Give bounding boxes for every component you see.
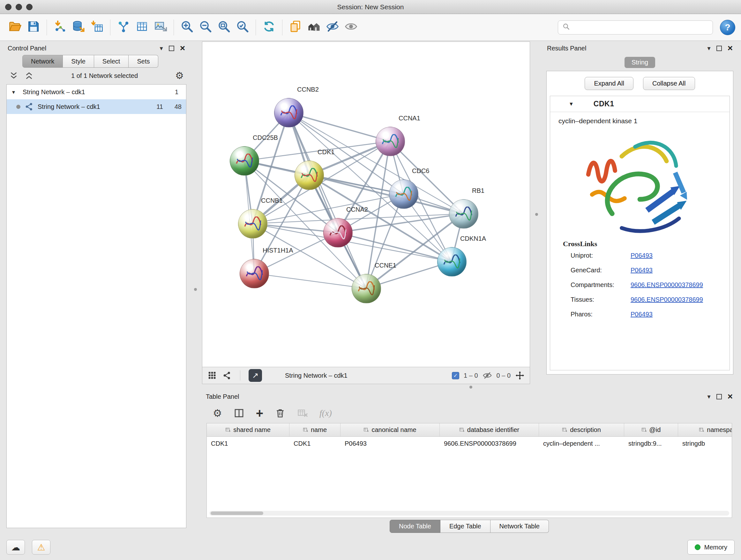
table-cell[interactable]: CDK1 bbox=[289, 440, 340, 447]
panel-float-icon[interactable] bbox=[717, 46, 722, 51]
import-network-file-button[interactable] bbox=[51, 17, 69, 37]
crosslink-link[interactable]: 9606.ENSP00000378699 bbox=[630, 296, 703, 303]
collapse-all-button[interactable]: Collapse All bbox=[643, 77, 695, 90]
network-node-ccna1[interactable] bbox=[376, 127, 405, 156]
column-header-canonical-name[interactable]: canonical name bbox=[340, 423, 440, 436]
zoom-out-button[interactable] bbox=[196, 17, 215, 37]
search-input[interactable] bbox=[574, 23, 709, 31]
tab-select[interactable]: Select bbox=[94, 55, 129, 68]
horizontal-splitter[interactable] bbox=[202, 384, 737, 390]
window-zoom-button[interactable] bbox=[26, 4, 32, 10]
crosslink-link[interactable]: 9606.ENSP00000378699 bbox=[630, 281, 703, 289]
export-network-button[interactable]: ↗ bbox=[249, 369, 262, 382]
table-settings-gear-icon[interactable]: ⚙ bbox=[213, 408, 222, 418]
open-session-button[interactable] bbox=[6, 17, 24, 37]
crosslink-link[interactable]: P06493 bbox=[630, 266, 653, 274]
network-node-rb1[interactable] bbox=[449, 199, 478, 229]
zoom-in-button[interactable] bbox=[178, 17, 196, 37]
expand-all-icon[interactable] bbox=[24, 71, 34, 80]
panel-close-icon[interactable]: × bbox=[728, 44, 733, 53]
section-expand-icon[interactable]: ▼ bbox=[569, 101, 574, 107]
memory-button[interactable]: Memory bbox=[687, 540, 735, 555]
column-header-description[interactable]: description bbox=[539, 423, 624, 436]
zoom-selected-button[interactable] bbox=[233, 17, 252, 37]
network-node-ccne1[interactable] bbox=[352, 274, 381, 303]
center-splitter[interactable] bbox=[530, 42, 543, 384]
network-node-cdk1[interactable] bbox=[294, 161, 324, 190]
tree-expand-icon[interactable]: ▼ bbox=[11, 89, 19, 95]
new-network-button[interactable] bbox=[114, 17, 133, 37]
tab-string[interactable]: String bbox=[624, 57, 655, 68]
collapse-all-icon[interactable] bbox=[9, 71, 18, 80]
network-node-ccna2[interactable] bbox=[323, 218, 353, 247]
tab-edge-table[interactable]: Edge Table bbox=[441, 520, 490, 533]
table-cell[interactable]: cyclin–dependent ... bbox=[539, 440, 624, 447]
zoom-fit-button[interactable] bbox=[215, 17, 233, 37]
column-header-name[interactable]: name bbox=[289, 423, 340, 436]
network-canvas[interactable]: CCNB2CCNA1CDC25BCDK1CDC6RB1CCNB1CCNA2CDK… bbox=[202, 42, 530, 367]
crosslink-link[interactable]: P06493 bbox=[630, 252, 653, 259]
help-button[interactable]: ? bbox=[720, 20, 735, 35]
expand-all-button[interactable]: Expand All bbox=[585, 77, 633, 90]
tree-row-network[interactable]: String Network – cdk1 11 48 bbox=[7, 99, 186, 114]
column-header-at-id[interactable]: @id bbox=[624, 423, 678, 436]
tab-style[interactable]: Style bbox=[63, 55, 94, 68]
window-close-button[interactable] bbox=[5, 4, 11, 10]
table-cell[interactable]: stringdb bbox=[678, 440, 732, 447]
window-minimize-button[interactable] bbox=[16, 4, 22, 10]
panel-menu-icon[interactable]: ▾ bbox=[708, 393, 711, 400]
birdseye-grid-icon[interactable] bbox=[207, 371, 217, 380]
tab-network-table[interactable]: Network Table bbox=[490, 520, 549, 533]
table-cell[interactable]: stringdb:9... bbox=[624, 440, 678, 447]
import-network-database-button[interactable] bbox=[69, 17, 88, 37]
tree-row-collection[interactable]: ▼ String Network – cdk1 1 bbox=[7, 84, 186, 99]
hide-selected-button[interactable] bbox=[323, 17, 342, 37]
crosslink-link[interactable]: P06493 bbox=[630, 311, 653, 318]
new-table-button[interactable] bbox=[133, 17, 151, 37]
show-columns-icon[interactable] bbox=[233, 408, 245, 419]
panel-menu-icon[interactable]: ▾ bbox=[160, 44, 163, 52]
panel-float-icon[interactable] bbox=[169, 46, 174, 51]
network-node-ccnb1[interactable] bbox=[238, 209, 267, 239]
column-header-shared-name[interactable]: shared name bbox=[207, 423, 289, 436]
scrollbar-thumb[interactable] bbox=[211, 511, 263, 515]
duplicate-network-button[interactable] bbox=[286, 17, 305, 37]
network-node-cdc25b[interactable] bbox=[230, 146, 259, 176]
refresh-button[interactable] bbox=[260, 17, 278, 37]
panel-close-icon[interactable]: × bbox=[180, 44, 185, 53]
table-cell[interactable]: 9606.ENSP00000378699 bbox=[440, 440, 539, 447]
add-column-icon[interactable]: + bbox=[256, 408, 263, 418]
import-table-file-button[interactable] bbox=[88, 17, 106, 37]
network-node-cdc6[interactable] bbox=[389, 179, 418, 209]
network-overview-icon[interactable] bbox=[222, 371, 232, 380]
delete-column-icon[interactable] bbox=[275, 408, 286, 419]
warnings-button[interactable]: ⚠ bbox=[32, 540, 51, 555]
network-node-hist1h1a[interactable] bbox=[240, 259, 269, 288]
network-node-ccnb2[interactable] bbox=[274, 98, 304, 127]
save-session-button[interactable] bbox=[24, 17, 43, 37]
table-cell[interactable]: CDK1 bbox=[207, 440, 289, 447]
gene-section-header[interactable]: ▼ CDK1 bbox=[550, 96, 730, 112]
column-header-database-identifier[interactable]: database identifier bbox=[440, 423, 539, 436]
network-node-cdkn1a[interactable] bbox=[437, 247, 467, 276]
tab-network[interactable]: Network bbox=[22, 55, 63, 68]
hidden-eye-icon[interactable] bbox=[482, 371, 492, 380]
export-image-button[interactable] bbox=[151, 17, 170, 37]
table-row[interactable]: CDK1CDK1P064939606.ENSP00000378699cyclin… bbox=[207, 437, 732, 450]
cloud-button[interactable]: ☁ bbox=[6, 540, 25, 555]
home-button[interactable] bbox=[305, 17, 323, 37]
table-horizontal-scrollbar[interactable] bbox=[209, 511, 729, 516]
column-header-namespace[interactable]: namespace bbox=[678, 423, 732, 436]
show-all-button[interactable] bbox=[342, 17, 360, 37]
tab-sets[interactable]: Sets bbox=[129, 55, 158, 68]
panel-menu-icon[interactable]: ▾ bbox=[708, 44, 711, 52]
selected-checkbox-icon[interactable]: ✓ bbox=[452, 372, 459, 379]
table-cell[interactable]: P06493 bbox=[340, 440, 440, 447]
panel-close-icon[interactable]: × bbox=[728, 392, 733, 401]
search-box[interactable] bbox=[558, 20, 713, 35]
pan-crosshair-icon[interactable] bbox=[515, 371, 525, 380]
panel-float-icon[interactable] bbox=[717, 394, 722, 399]
left-splitter[interactable] bbox=[189, 42, 202, 535]
tab-node-table[interactable]: Node Table bbox=[390, 520, 441, 533]
gear-icon[interactable]: ⚙ bbox=[175, 71, 184, 80]
